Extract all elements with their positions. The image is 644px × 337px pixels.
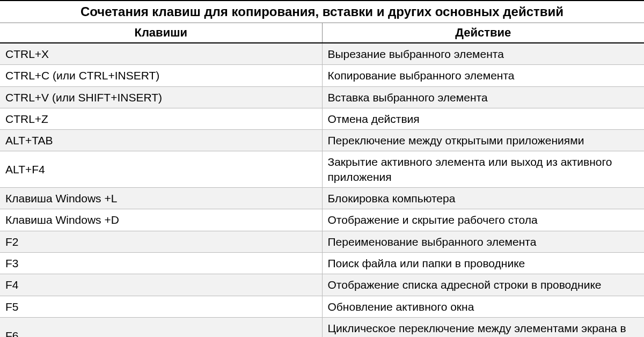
cell-action: Закрытие активного элемента или выход из… (322, 151, 644, 188)
cell-keys: F5 (0, 296, 322, 317)
cell-keys: F2 (0, 231, 322, 252)
cell-action: Отображение списка адресной строки в про… (322, 274, 644, 296)
cell-keys: F6 (0, 317, 322, 337)
cell-keys: CTRL+Z (0, 108, 322, 129)
table-row: Клавиша Windows +DОтображение и скрытие … (0, 209, 644, 231)
table-row: CTRL+V (или SHIFT+INSERT)Вставка выбранн… (0, 86, 644, 108)
table-row: CTRL+ZОтмена действия (0, 108, 644, 129)
cell-keys: CTRL+C (или CTRL+INSERT) (0, 65, 322, 86)
table-row: ALT+TABПереключение между открытыми прил… (0, 130, 644, 151)
table-row: F5Обновление активного окна (0, 296, 644, 317)
cell-keys: Клавиша Windows +L (0, 188, 322, 209)
column-header-keys: Клавиши (0, 23, 322, 43)
cell-keys: F3 (0, 252, 322, 274)
cell-keys: Клавиша Windows +D (0, 209, 322, 231)
table-row: CTRL+XВырезание выбранного элемента (0, 43, 644, 65)
table-row: ALT+F4Закрытие активного элемента или вы… (0, 151, 644, 188)
cell-action: Отображение и скрытие рабочего стола (322, 209, 644, 231)
cell-action: Копирование выбранного элемента (322, 65, 644, 86)
cell-action: Переименование выбранного элемента (322, 231, 644, 252)
table-row: Клавиша Windows +LБлокировка компьютера (0, 188, 644, 209)
cell-action: Блокировка компьютера (322, 188, 644, 209)
cell-action: Вставка выбранного элемента (322, 86, 644, 108)
table-row: F6Циклическое переключение между элемент… (0, 317, 644, 337)
cell-action: Обновление активного окна (322, 296, 644, 317)
cell-keys: F4 (0, 274, 322, 296)
cell-action: Переключение между открытыми приложениям… (322, 130, 644, 151)
table-row: F3Поиск файла или папки в проводнике (0, 252, 644, 274)
table-row: F2Переименование выбранного элемента (0, 231, 644, 252)
shortcuts-table: Сочетания клавиш для копирования, вставк… (0, 0, 644, 337)
cell-keys: CTRL+V (или SHIFT+INSERT) (0, 86, 322, 108)
cell-action: Циклическое переключение между элементам… (322, 317, 644, 337)
table-row: CTRL+C (или CTRL+INSERT)Копирование выбр… (0, 65, 644, 86)
cell-action: Вырезание выбранного элемента (322, 43, 644, 65)
table-title: Сочетания клавиш для копирования, вставк… (0, 1, 644, 23)
table-row: F4Отображение списка адресной строки в п… (0, 274, 644, 296)
cell-keys: CTRL+X (0, 43, 322, 65)
cell-action: Поиск файла или папки в проводнике (322, 252, 644, 274)
column-header-action: Действие (322, 23, 644, 43)
cell-keys: ALT+F4 (0, 151, 322, 188)
cell-keys: ALT+TAB (0, 130, 322, 151)
cell-action: Отмена действия (322, 108, 644, 129)
